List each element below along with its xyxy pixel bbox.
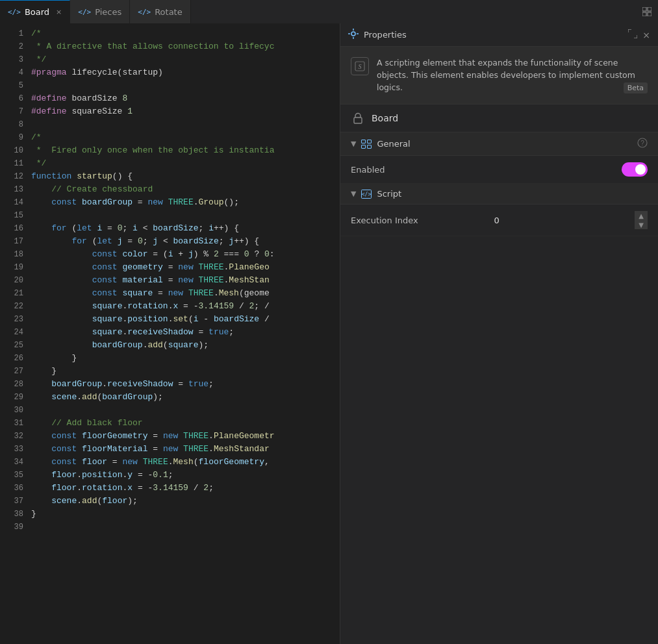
code-line-22: square.rotation.x = -3.14159 / 2; / — [31, 300, 340, 313]
code-editor[interactable]: 1 2 3 4 5 6 7 8 9 10 11 12 13 14 15 16 1… — [0, 23, 340, 644]
script-section-header[interactable]: ▼ </> Script — [340, 184, 658, 204]
line-num-14: 14 — [0, 196, 23, 209]
enabled-toggle[interactable] — [622, 162, 648, 177]
line-num-38: 38 — [0, 508, 23, 521]
general-help-icon[interactable]: ? — [637, 138, 648, 150]
info-box: S A scripting element that expands the f… — [340, 47, 658, 105]
svg-text:</>: </> — [362, 192, 372, 197]
code-line-20: const material = new THREE.MeshStan — [31, 274, 340, 287]
code-line-29: scene.add(boardGroup); — [31, 391, 340, 404]
execution-index-label: Execution Index — [351, 216, 492, 225]
script-chevron-icon: ▼ — [351, 190, 356, 198]
code-line-2: * A directive that allows connection to … — [31, 40, 340, 53]
editor-expand-button[interactable] — [636, 0, 658, 23]
code-line-23: square.position.set(i - boardSize / — [31, 313, 340, 326]
line-num-15: 15 — [0, 209, 23, 222]
general-section-icon — [361, 140, 372, 149]
line-numbers: 1 2 3 4 5 6 7 8 9 10 11 12 13 14 15 16 1… — [0, 23, 31, 644]
line-num-32: 32 — [0, 430, 23, 443]
line-num-22: 22 — [0, 300, 23, 313]
tab-rotate[interactable]: </> Rotate — [130, 0, 190, 23]
info-description: A scripting element that expands the fun… — [377, 57, 648, 93]
code-line-26: } — [31, 352, 340, 365]
tab-pieces[interactable]: </> Pieces — [70, 0, 130, 23]
svg-rect-3 — [648, 12, 652, 16]
code-line-39 — [31, 521, 340, 534]
code-line-5 — [31, 79, 340, 92]
line-num-10: 10 — [0, 144, 23, 157]
code-line-13: // Create chessboard — [31, 183, 340, 196]
line-num-12: 12 — [0, 170, 23, 183]
code-line-18: const color = (i + j) % 2 === 0 ? 0: — [31, 248, 340, 261]
code-line-8 — [31, 118, 340, 131]
code-line-9: /* — [31, 131, 340, 144]
general-section-title: General — [377, 139, 637, 149]
code-line-17: for (let j = 0; j < boardSize; j++) { — [31, 235, 340, 248]
svg-point-4 — [351, 32, 355, 36]
line-num-18: 18 — [0, 248, 23, 261]
line-num-21: 21 — [0, 287, 23, 300]
svg-rect-12 — [362, 140, 366, 143]
code-line-36: floor.rotation.x = -3.14159 / 2; — [31, 482, 340, 495]
line-num-8: 8 — [0, 118, 23, 131]
line-num-7: 7 — [0, 105, 23, 118]
execution-index-value: 0 — [492, 216, 635, 225]
line-num-23: 23 — [0, 313, 23, 326]
line-num-1: 1 — [0, 27, 23, 40]
code-line-24: square.receiveShadow = true; — [31, 326, 340, 339]
properties-close-button[interactable]: × — [642, 30, 650, 40]
properties-title: Properties — [364, 30, 628, 40]
tab-pieces-label: Pieces — [95, 7, 121, 17]
line-num-2: 2 — [0, 40, 23, 53]
toggle-thumb — [635, 164, 646, 175]
code-line-14: const boardGroup = new THREE.Group(); — [31, 196, 340, 209]
enabled-property-row: Enabled — [340, 156, 658, 184]
svg-rect-2 — [642, 12, 646, 16]
code-line-19: const geometry = new THREE.PlaneGeo — [31, 261, 340, 274]
tab-board-close[interactable]: × — [56, 8, 62, 16]
spinner-down-button[interactable]: ▼ — [635, 220, 648, 229]
tab-pieces-icon: </> — [78, 8, 91, 16]
svg-rect-1 — [648, 7, 652, 11]
code-line-38: } — [31, 508, 340, 521]
code-line-7: #define squareSize 1 — [31, 105, 340, 118]
general-section-header[interactable]: ▼ General ? — [340, 132, 658, 156]
script-section-title: Script — [377, 189, 648, 199]
code-line-25: boardGroup.add(square); — [31, 339, 340, 352]
line-num-5: 5 — [0, 79, 23, 92]
code-content: /* * A directive that allows connection … — [31, 23, 340, 644]
tab-rotate-label: Rotate — [155, 7, 183, 17]
code-line-12: function startup() { — [31, 170, 340, 183]
line-num-26: 26 — [0, 352, 23, 365]
line-num-28: 28 — [0, 378, 23, 391]
tab-board-label: Board — [25, 7, 49, 17]
tab-bar: </> Board × </> Pieces </> Rotate — [0, 0, 658, 23]
line-num-36: 36 — [0, 482, 23, 495]
properties-expand-button[interactable] — [628, 29, 637, 40]
code-line-30 — [31, 404, 340, 417]
line-num-16: 16 — [0, 222, 23, 235]
code-line-6: #define boardSize 8 — [31, 92, 340, 105]
code-line-37: scene.add(floor); — [31, 495, 340, 508]
line-num-3: 3 — [0, 53, 23, 66]
execution-index-spinner[interactable]: ▲ ▼ — [635, 211, 648, 229]
line-num-27: 27 — [0, 365, 23, 378]
tab-board-icon: </> — [8, 8, 21, 16]
code-lines: 1 2 3 4 5 6 7 8 9 10 11 12 13 14 15 16 1… — [0, 23, 340, 644]
line-num-30: 30 — [0, 404, 23, 417]
line-num-20: 20 — [0, 274, 23, 287]
svg-rect-15 — [368, 145, 372, 148]
execution-index-row: Execution Index 0 ▲ ▼ — [340, 204, 658, 236]
code-line-33: const floorMaterial = new THREE.MeshStan… — [31, 443, 340, 456]
code-line-10: * Fired only once when the object is ins… — [31, 144, 340, 157]
properties-header: Properties × — [340, 23, 658, 47]
tab-board[interactable]: </> Board × — [0, 0, 70, 23]
line-num-25: 25 — [0, 339, 23, 352]
info-box-icon: S — [351, 57, 369, 75]
spinner-up-button[interactable]: ▲ — [635, 211, 648, 220]
board-name: Board — [372, 113, 398, 123]
line-num-31: 31 — [0, 417, 23, 430]
code-line-16: for (let i = 0; i < boardSize; i++) { — [31, 222, 340, 235]
code-line-32: const floorGeometry = new THREE.PlaneGeo… — [31, 430, 340, 443]
line-num-19: 19 — [0, 261, 23, 274]
